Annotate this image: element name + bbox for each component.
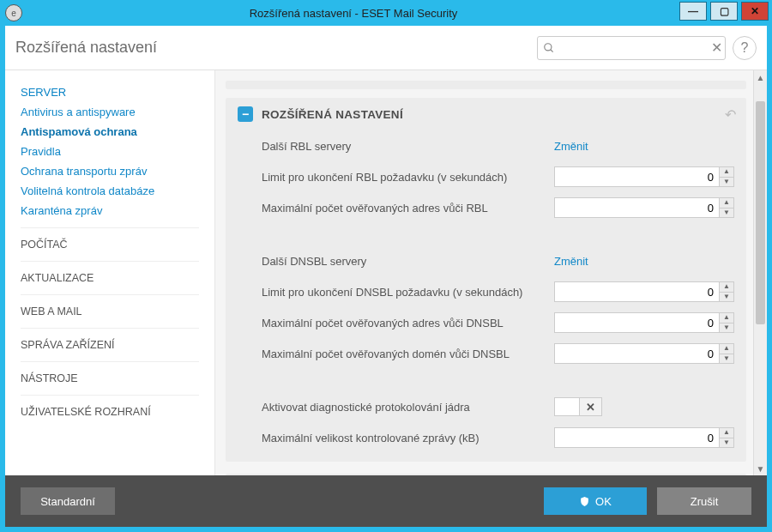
main-scroll[interactable]: − ROZŠÍŘENÁ NASTAVENÍ ↶ Další RBL server…: [215, 70, 753, 475]
rbl-timeout-label: Limit pro ukončení RBL požadavku (v seku…: [262, 171, 554, 184]
panel-greylisting-head[interactable]: + NASTAVENÍ GREYLISTINGU ↶: [226, 474, 746, 475]
ok-button-label: OK: [595, 495, 612, 508]
spin-down-icon[interactable]: ▼: [720, 323, 733, 333]
panel-advanced: − ROZŠÍŘENÁ NASTAVENÍ ↶ Další RBL server…: [226, 98, 746, 462]
spin-up-icon[interactable]: ▲: [720, 282, 733, 293]
sidebar-section-update[interactable]: AKTUALIZACE: [21, 261, 199, 294]
sidebar-item-rules[interactable]: Pravidla: [21, 145, 199, 158]
dnsbl-timeout-input[interactable]: [554, 281, 719, 302]
dnsbl-max-dom-label: Maximální počet ověřovaných domén vůči D…: [262, 348, 554, 360]
sidebar-item-optional-db[interactable]: Volitelná kontrola databáze: [21, 184, 199, 197]
sidebar-section-webmail[interactable]: WEB A MAIL: [21, 294, 199, 328]
revert-icon[interactable]: ↶: [725, 106, 736, 123]
close-button[interactable]: ✕: [741, 2, 769, 21]
diag-logging-toggle[interactable]: ✕: [554, 397, 602, 416]
dnsbl-max-addr-stepper[interactable]: ▲▼: [554, 312, 734, 333]
content-body: SERVER Antivirus a antispyware Antispamo…: [5, 70, 767, 475]
search-input[interactable]: [555, 41, 709, 54]
svg-point-0: [545, 43, 552, 50]
search-field[interactable]: ✕: [537, 36, 726, 60]
footer-bar: Standardní OK Zrušit: [5, 475, 767, 527]
dnsbl-servers-label: Další DNSBL servery: [262, 255, 554, 268]
dnsbl-max-addr-input[interactable]: [554, 312, 719, 333]
toggle-off-icon: ✕: [579, 398, 601, 415]
scroll-thumb[interactable]: [756, 101, 765, 324]
spin-up-icon[interactable]: ▲: [720, 428, 733, 438]
app-logo-icon: e: [5, 4, 22, 21]
sidebar-section-devices[interactable]: SPRÁVA ZAŘÍZENÍ: [21, 328, 199, 361]
panel-advanced-body: Další RBL servery Změnit Limit pro ukonč…: [226, 130, 746, 462]
sidebar-item-quarantine[interactable]: Karanténa zpráv: [21, 204, 199, 217]
collapse-icon[interactable]: −: [238, 106, 253, 122]
sidebar-section-computer[interactable]: POČÍTAČ: [21, 227, 199, 261]
sidebar-section-server[interactable]: SERVER: [21, 81, 199, 106]
sidebar-item-antispam[interactable]: Antispamová ochrana: [21, 125, 199, 138]
breadcrumb: Rozšířená nastavení: [15, 39, 157, 57]
window-buttons: — ▢ ✕: [679, 0, 772, 26]
spin-down-icon[interactable]: ▼: [720, 293, 733, 302]
dnsbl-timeout-stepper[interactable]: ▲▼: [554, 281, 734, 302]
svg-line-1: [551, 49, 553, 51]
spin-up-icon[interactable]: ▲: [720, 313, 733, 323]
sidebar-section-tools[interactable]: NÁSTROJE: [21, 361, 199, 395]
spin-up-icon[interactable]: ▲: [720, 167, 733, 178]
panel-advanced-head[interactable]: − ROZŠÍŘENÁ NASTAVENÍ ↶: [226, 98, 746, 130]
diag-logging-label: Aktivovat diagnostické protokolování jád…: [262, 401, 554, 414]
scroll-up-icon[interactable]: ▲: [754, 70, 767, 84]
spin-down-icon[interactable]: ▼: [720, 438, 733, 448]
rbl-max-stepper[interactable]: ▲▼: [554, 197, 734, 218]
spin-up-icon[interactable]: ▲: [720, 198, 733, 209]
dnsbl-max-addr-label: Maximální počet ověřovaných adres vůči D…: [262, 317, 554, 329]
sidebar-server-items: Antivirus a antispyware Antispamová ochr…: [21, 106, 199, 217]
titlebar: e Rozšířená nastavení - ESET Mail Securi…: [0, 0, 772, 26]
header-right: ✕ ?: [537, 36, 757, 60]
cancel-button[interactable]: Zrušit: [657, 487, 751, 515]
ok-button[interactable]: OK: [544, 487, 647, 515]
app-frame: Rozšířená nastavení ✕ ? SERVER Antivirus…: [0, 26, 772, 532]
defaults-button[interactable]: Standardní: [21, 487, 115, 515]
maxsize-stepper[interactable]: ▲▼: [554, 427, 734, 448]
header-bar: Rozšířená nastavení ✕ ?: [5, 26, 767, 70]
dnsbl-max-dom-stepper[interactable]: ▲▼: [554, 343, 734, 364]
maximize-button[interactable]: ▢: [710, 2, 738, 21]
rbl-max-input[interactable]: [554, 197, 719, 218]
spin-down-icon[interactable]: ▼: [720, 209, 733, 218]
search-icon: [543, 42, 555, 54]
minimize-button[interactable]: —: [679, 2, 707, 21]
scroll-down-icon[interactable]: ▼: [754, 462, 767, 475]
vertical-scrollbar[interactable]: ▲ ▼: [753, 70, 767, 475]
shield-icon: [579, 496, 590, 507]
help-button[interactable]: ?: [733, 36, 757, 60]
rbl-max-label: Maximální počet ověřovaných adres vůči R…: [262, 202, 554, 215]
dnsbl-servers-edit-link[interactable]: Změnit: [554, 255, 588, 268]
dnsbl-max-dom-input[interactable]: [554, 343, 719, 364]
rbl-timeout-input[interactable]: [554, 166, 719, 187]
sidebar-section-ui[interactable]: UŽIVATELSKÉ ROZHRANÍ: [21, 395, 199, 428]
sidebar-item-transport[interactable]: Ochrana transportu zpráv: [21, 165, 199, 178]
spin-down-icon[interactable]: ▼: [720, 354, 733, 364]
panel-greylisting: + NASTAVENÍ GREYLISTINGU ↶: [226, 474, 746, 475]
search-clear-icon[interactable]: ✕: [709, 39, 724, 56]
rbl-timeout-stepper[interactable]: ▲▼: [554, 166, 734, 187]
sidebar-item-antivirus[interactable]: Antivirus a antispyware: [21, 106, 199, 118]
window-title: Rozšířená nastavení - ESET Mail Security: [27, 7, 679, 20]
rbl-servers-label: Další RBL servery: [262, 140, 554, 153]
sidebar: SERVER Antivirus a antispyware Antispamo…: [5, 70, 215, 475]
panel-advanced-title: ROZŠÍŘENÁ NASTAVENÍ: [262, 108, 403, 121]
spin-up-icon[interactable]: ▲: [720, 344, 733, 354]
panel-strip: [226, 81, 746, 89]
maxsize-input[interactable]: [554, 427, 719, 448]
spin-down-icon[interactable]: ▼: [720, 178, 733, 187]
rbl-servers-edit-link[interactable]: Změnit: [554, 140, 588, 153]
main-area: − ROZŠÍŘENÁ NASTAVENÍ ↶ Další RBL server…: [215, 70, 767, 475]
maxsize-label: Maximální velikost kontrolované zprávy (…: [262, 432, 554, 444]
dnsbl-timeout-label: Limit pro ukončení DNSBL požadavku (v se…: [262, 286, 554, 299]
